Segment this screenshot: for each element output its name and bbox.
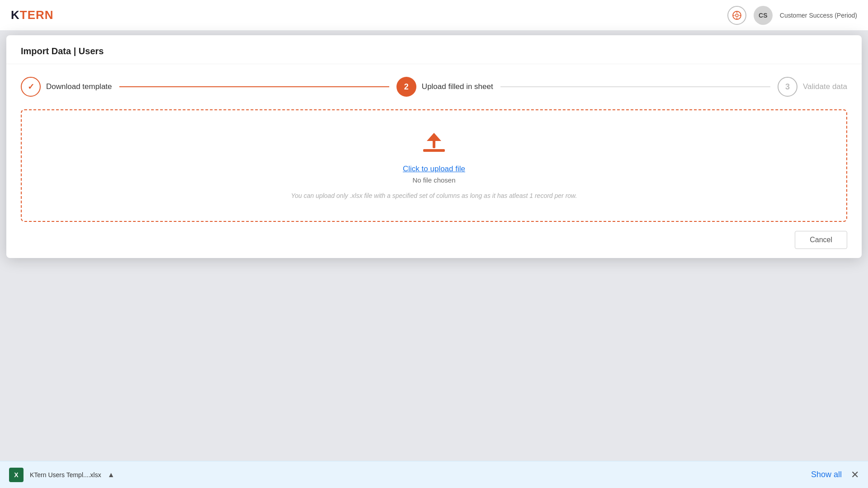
step-1: ✓ Download template — [21, 77, 112, 97]
no-file-text: No file chosen — [412, 176, 455, 184]
close-bottom-bar-button[interactable]: ✕ — [851, 470, 859, 480]
step-2: 2 Upload filled in sheet — [396, 77, 493, 97]
import-modal: Import Data | Users ✓ Download template … — [6, 35, 862, 258]
svg-marker-8 — [427, 133, 441, 141]
file-name-label: KTern Users Templ....xlsx — [30, 471, 101, 479]
bottom-bar: X KTern Users Templ....xlsx ▲ Show all ✕ — [0, 461, 868, 488]
upload-hint-text: You can upload only .xlsx file with a sp… — [291, 192, 577, 199]
user-avatar[interactable]: CS — [754, 6, 773, 25]
svg-point-1 — [736, 14, 738, 17]
svg-rect-6 — [423, 149, 445, 152]
step-2-label: Upload filled in sheet — [422, 82, 493, 91]
modal-footer: Cancel — [6, 222, 862, 258]
user-name-label: Customer Success (Period) — [780, 12, 857, 19]
upload-link[interactable]: Click to upload file — [403, 164, 465, 174]
settings-icon-btn[interactable] — [727, 6, 746, 25]
step-3-label: Validate data — [803, 82, 847, 91]
step-3: 3 Validate data — [778, 77, 847, 97]
chevron-up-icon[interactable]: ▲ — [108, 471, 115, 479]
app-header: KTERN CS Customer Success (Period) — [0, 0, 868, 31]
steps-bar: ✓ Download template 2 Upload filled in s… — [6, 64, 862, 109]
step-1-circle: ✓ — [21, 77, 41, 97]
bottom-bar-left: X KTern Users Templ....xlsx ▲ — [9, 468, 115, 482]
header-right: CS Customer Success (Period) — [727, 6, 857, 25]
upload-icon — [421, 132, 447, 159]
logo-text: KTERN — [11, 8, 54, 22]
upload-dropzone[interactable]: Click to upload file No file chosen You … — [21, 109, 847, 222]
logo: KTERN — [11, 8, 54, 22]
show-all-button[interactable]: Show all — [811, 470, 842, 479]
step-3-circle: 3 — [778, 77, 797, 97]
step-line-2 — [500, 86, 770, 87]
modal-title: Import Data | Users — [21, 46, 104, 56]
step-1-label: Download template — [46, 82, 112, 91]
step-line-1 — [119, 86, 389, 87]
bottom-bar-right: Show all ✕ — [811, 470, 859, 480]
modal-header: Import Data | Users — [6, 35, 862, 64]
step-2-circle: 2 — [396, 77, 416, 97]
cancel-button[interactable]: Cancel — [795, 231, 847, 249]
excel-icon: X — [9, 468, 24, 482]
